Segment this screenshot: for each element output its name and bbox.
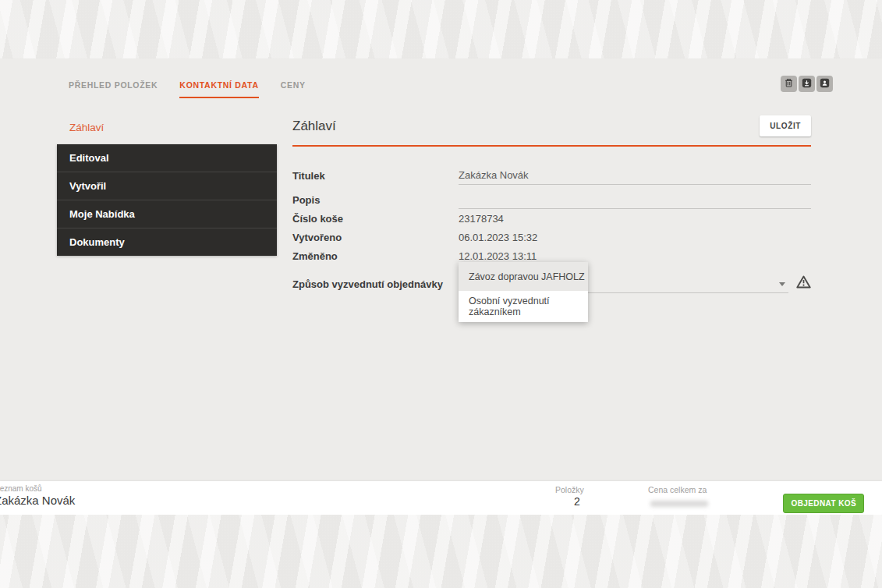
toolbar-icon-group — [781, 76, 833, 92]
sidebar-dark-group: Editoval Vytvořil Moje Nabídka Dokumenty — [57, 144, 277, 256]
form-row-cislo-kose: Číslo koše 23178734 — [292, 209, 811, 228]
page: { "colors":{ "accent":"#e2511f", "sideba… — [0, 0, 882, 588]
popis-input[interactable] — [459, 193, 811, 209]
tab-ceny[interactable]: CENY — [281, 80, 306, 98]
download-button[interactable] — [799, 76, 815, 92]
order-basket-button[interactable]: OBJEDNAT KOŠ — [783, 494, 864, 513]
form-row-titulek: Titulek — [292, 161, 811, 185]
basket-title: Zakázka Novák — [0, 494, 75, 507]
total-price-redacted — [650, 501, 708, 507]
content-header: Záhlaví ULOŽIT — [292, 115, 811, 147]
delete-button[interactable] — [781, 76, 797, 92]
basket-list-label: Seznam košů — [0, 484, 42, 493]
user-button[interactable] — [816, 76, 833, 92]
trash-icon — [784, 77, 794, 91]
tab-kontaktni-data[interactable]: KONTAKTNÍ DATA — [179, 80, 258, 98]
tab-prehled-polozek[interactable]: PŘEHLED POLOŽEK — [69, 80, 158, 98]
sidebar-item-zahlavi[interactable]: Záhlaví — [57, 115, 277, 144]
sidebar-item-moje-nabidka[interactable]: Moje Nabídka — [57, 200, 277, 228]
field-label: Popis — [292, 194, 459, 209]
tab-bar: PŘEHLED POLOŽEK KONTAKTNÍ DATA CENY — [69, 80, 306, 98]
warning-icon — [796, 275, 811, 292]
field-label: Titulek — [292, 170, 459, 185]
field-label: Způsob vyzvednutí objednávky — [292, 278, 459, 293]
sidebar: Záhlaví Editoval Vytvořil Moje Nabídka D… — [57, 115, 277, 256]
content-panel: Záhlaví ULOŽIT Titulek Popis Číslo koše … — [292, 115, 811, 293]
dropdown-option-osobni[interactable]: Osobní vyzvednutí zákazníkem — [459, 291, 588, 322]
bottom-bar: Seznam košů Zakázka Novák Položky 2 Cena… — [0, 481, 882, 515]
field-label: Vytvořeno — [292, 232, 459, 246]
chevron-down-icon — [779, 282, 785, 286]
pickup-dropdown-menu: Závoz dopravou JAFHOLZ Osobní vyzvednutí… — [459, 262, 588, 322]
total-price-label: Cena celkem za — [648, 485, 707, 494]
sidebar-item-vytvoril[interactable]: Vytvořil — [57, 172, 277, 200]
dropdown-option-zavoz[interactable]: Závoz dopravou JAFHOLZ — [459, 262, 588, 291]
download-icon — [802, 77, 812, 91]
field-label: Číslo koše — [292, 213, 459, 228]
user-icon — [820, 77, 830, 91]
items-count-value: 2 — [574, 495, 580, 508]
form-row-vytvoreno: Vytvořeno 06.01.2023 15:32 — [292, 228, 811, 246]
header-form: Titulek Popis Číslo koše 23178734 Vytvoř… — [292, 161, 811, 293]
field-value: 06.01.2023 15:32 — [459, 232, 537, 246]
main-card: PŘEHLED POLOŽEK KONTAKTNÍ DATA CENY Záhl… — [0, 58, 882, 481]
sidebar-item-editoval[interactable]: Editoval — [57, 144, 277, 172]
form-row-popis: Popis — [292, 185, 811, 209]
page-title: Záhlaví — [292, 119, 336, 134]
save-button[interactable]: ULOŽIT — [760, 115, 811, 136]
field-value: 23178734 — [459, 213, 504, 228]
field-label: Změněno — [292, 250, 459, 265]
form-row-zpusob-vyzvednuti: Způsob vyzvednutí objednávky Závoz dopra… — [292, 265, 811, 293]
items-count-label: Položky — [555, 485, 584, 494]
titulek-input[interactable] — [459, 169, 811, 185]
sidebar-item-dokumenty[interactable]: Dokumenty — [57, 228, 277, 256]
